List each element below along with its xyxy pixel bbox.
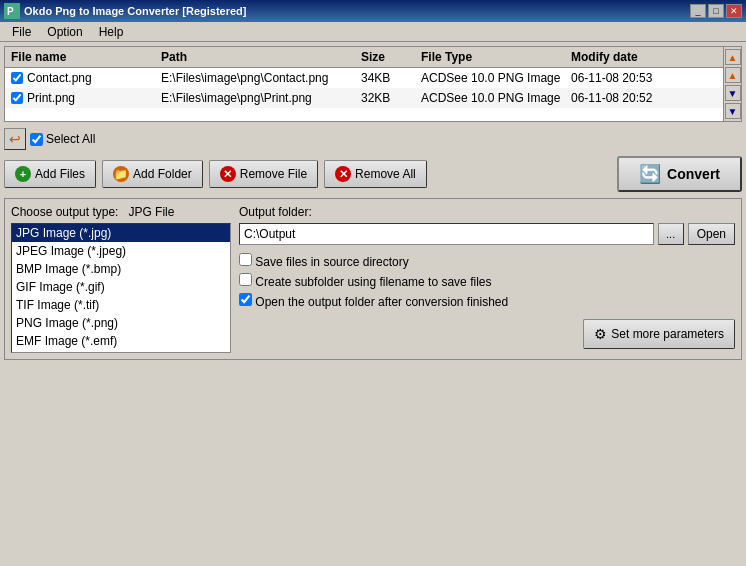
select-all-check[interactable]: Select All <box>30 132 95 146</box>
format-item-0[interactable]: JPG Image (*.jpg) <box>12 224 230 242</box>
format-item-2[interactable]: BMP Image (*.bmp) <box>12 260 230 278</box>
output-type-label: Choose output type: JPG File <box>11 205 231 219</box>
file-date-1: 06-11-08 20:53 <box>569 70 699 86</box>
menu-bar: File Option Help <box>0 22 746 42</box>
output-folder-panel: Output folder: ... Open Save files in so… <box>239 205 735 353</box>
add-files-button[interactable]: + Add Files <box>4 160 96 188</box>
file-name-cell-1: Contact.png <box>9 69 159 87</box>
header-modifydate: Modify date <box>569 49 699 65</box>
option-open-output[interactable]: Open the output folder after conversion … <box>239 293 735 309</box>
file-date-2: 06-11-08 20:52 <box>569 90 699 106</box>
file-name-cell-2: Print.png <box>9 89 159 107</box>
file-size-2: 32KB <box>359 90 419 106</box>
save-source-label: Save files in source directory <box>255 255 408 269</box>
file-check-2[interactable] <box>11 92 23 104</box>
option-save-source[interactable]: Save files in source directory <box>239 253 735 269</box>
file-path-1: E:\Files\image\png\Contact.png <box>159 70 359 86</box>
scroll-top-button[interactable]: ▲ <box>725 49 741 65</box>
select-all-label: Select All <box>46 132 95 146</box>
scroll-up-button[interactable]: ▲ <box>725 67 741 83</box>
folder-open-button[interactable]: Open <box>688 223 735 245</box>
main-content: File name Path Size File Type Modify dat… <box>0 42 746 566</box>
convert-label: Convert <box>667 166 720 182</box>
maximize-button[interactable]: □ <box>708 4 724 18</box>
format-listbox: JPG Image (*.jpg) JPEG Image (*.jpeg) BM… <box>11 223 231 353</box>
browse-label: ... <box>666 228 675 240</box>
file-name-2: Print.png <box>25 90 77 106</box>
remove-all-icon: ✕ <box>335 166 351 182</box>
folder-path-input[interactable] <box>239 223 654 245</box>
bottom-panel: Choose output type: JPG File JPG Image (… <box>4 198 742 360</box>
file-name-1: Contact.png <box>25 70 94 86</box>
add-files-icon: + <box>15 166 31 182</box>
remove-file-button[interactable]: ✕ Remove File <box>209 160 318 188</box>
add-folder-label: Add Folder <box>133 167 192 181</box>
scroll-down-button[interactable]: ▼ <box>725 85 741 101</box>
table-row: Print.png E:\Files\image\png\Print.png 3… <box>5 88 723 108</box>
set-params-label: Set more parameters <box>611 327 724 341</box>
open-output-label: Open the output folder after conversion … <box>255 295 508 309</box>
add-folder-button[interactable]: 📁 Add Folder <box>102 160 203 188</box>
svg-text:P: P <box>7 6 14 17</box>
header-size: Size <box>359 49 419 65</box>
menu-file[interactable]: File <box>4 23 39 41</box>
file-path-2: E:\Files\image\png\Print.png <box>159 90 359 106</box>
remove-all-label: Remove All <box>355 167 416 181</box>
current-type-value: JPG File <box>128 205 174 219</box>
format-item-4[interactable]: TIF Image (*.tif) <box>12 296 230 314</box>
header-filetype: File Type <box>419 49 569 65</box>
set-params-button[interactable]: ⚙ Set more parameters <box>583 319 735 349</box>
remove-file-label: Remove File <box>240 167 307 181</box>
output-folder-label: Output folder: <box>239 205 735 219</box>
add-files-label: Add Files <box>35 167 85 181</box>
app-icon: P <box>4 3 20 19</box>
gear-icon: ⚙ <box>594 326 607 342</box>
menu-help[interactable]: Help <box>91 23 132 41</box>
file-type-2: ACDSee 10.0 PNG Image <box>419 90 569 106</box>
file-list-area: File name Path Size File Type Modify dat… <box>4 46 742 122</box>
table-row: Contact.png E:\Files\image\png\Contact.p… <box>5 68 723 88</box>
scroll-arrows: ▲ ▲ ▼ ▼ <box>723 47 741 121</box>
minimize-button[interactable]: _ <box>690 4 706 18</box>
add-folder-icon: 📁 <box>113 166 129 182</box>
output-type-panel: Choose output type: JPG File JPG Image (… <box>11 205 231 353</box>
scroll-bottom-button[interactable]: ▼ <box>725 103 741 119</box>
option-create-subfolder[interactable]: Create subfolder using filename to save … <box>239 273 735 289</box>
file-table-header: File name Path Size File Type Modify dat… <box>5 47 723 68</box>
close-button[interactable]: ✕ <box>726 4 742 18</box>
action-buttons: + Add Files 📁 Add Folder ✕ Remove File ✕… <box>4 156 742 192</box>
remove-all-button[interactable]: ✕ Remove All <box>324 160 427 188</box>
window-title: Okdo Png to Image Converter [Registered] <box>24 5 246 17</box>
remove-file-icon: ✕ <box>220 166 236 182</box>
format-item-6[interactable]: EMF Image (*.emf) <box>12 332 230 350</box>
folder-input-row: ... Open <box>239 223 735 245</box>
save-source-checkbox[interactable] <box>239 253 252 266</box>
create-subfolder-checkbox[interactable] <box>239 273 252 286</box>
file-type-1: ACDSee 10.0 PNG Image <box>419 70 569 86</box>
folder-browse-button[interactable]: ... <box>658 223 684 245</box>
file-table-body: Contact.png E:\Files\image\png\Contact.p… <box>5 68 723 121</box>
format-list-inner: JPG Image (*.jpg) JPEG Image (*.jpeg) BM… <box>12 224 230 350</box>
header-filename: File name <box>9 49 159 65</box>
header-path: Path <box>159 49 359 65</box>
open-output-checkbox[interactable] <box>239 293 252 306</box>
title-bar-left: P Okdo Png to Image Converter [Registere… <box>4 3 246 19</box>
convert-button[interactable]: 🔄 Convert <box>617 156 742 192</box>
format-item-3[interactable]: GIF Image (*.gif) <box>12 278 230 296</box>
file-table-scroll: File name Path Size File Type Modify dat… <box>5 47 723 121</box>
window-controls: _ □ ✕ <box>690 4 742 18</box>
format-item-5[interactable]: PNG Image (*.png) <box>12 314 230 332</box>
select-all-toolbar: ↩ Select All <box>4 126 742 152</box>
create-subfolder-label: Create subfolder using filename to save … <box>255 275 491 289</box>
convert-icon: 🔄 <box>639 163 661 185</box>
select-all-checkbox[interactable] <box>30 133 43 146</box>
title-bar: P Okdo Png to Image Converter [Registere… <box>0 0 746 22</box>
format-item-1[interactable]: JPEG Image (*.jpeg) <box>12 242 230 260</box>
open-label: Open <box>697 227 726 241</box>
menu-option[interactable]: Option <box>39 23 90 41</box>
file-size-1: 34KB <box>359 70 419 86</box>
back-button[interactable]: ↩ <box>4 128 26 150</box>
file-check-1[interactable] <box>11 72 23 84</box>
